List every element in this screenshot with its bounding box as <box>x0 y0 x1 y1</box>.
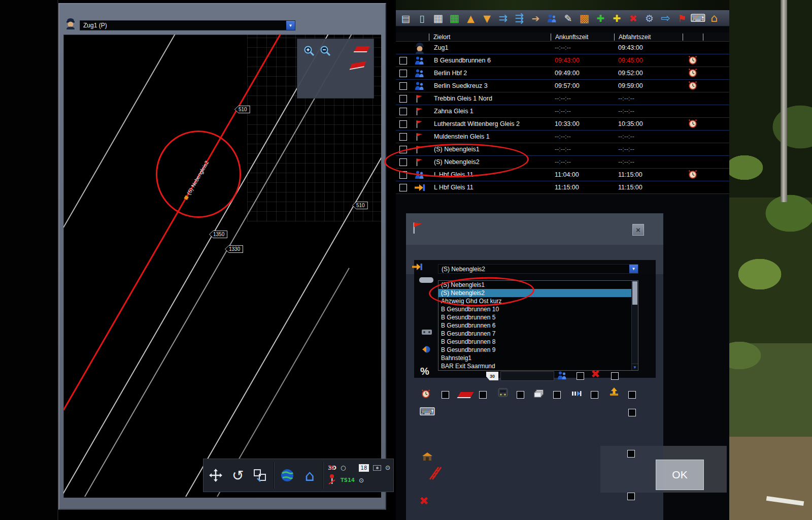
table-row[interactable]: Lutherstadt Wittenberg Gleis 210:33:0010… <box>396 118 729 131</box>
signal-wedge-icon[interactable] <box>354 46 370 52</box>
settings-doc-icon[interactable] <box>642 12 656 25</box>
row-checkbox[interactable] <box>399 120 407 128</box>
list-item[interactable]: B Gesundbrunnen 6 <box>438 321 638 330</box>
row-departure: --:--:-- <box>614 108 683 115</box>
row-checkbox[interactable] <box>399 108 407 115</box>
list-item[interactable]: B Gesundbrunnen 8 <box>438 338 638 346</box>
insert-right-icon[interactable] <box>496 12 510 25</box>
scrollbar[interactable]: ▼ <box>631 281 638 370</box>
add-point-icon[interactable] <box>610 12 624 25</box>
row-checkbox[interactable] <box>399 171 407 179</box>
list-item[interactable]: Bahnsteig1 <box>438 354 638 362</box>
scroll-down-icon[interactable]: ▼ <box>632 364 638 370</box>
list-item[interactable]: B Gesundbrunnen 7 <box>438 330 638 338</box>
ts-layer-label[interactable]: TS14 <box>341 477 355 483</box>
checkbox[interactable] <box>627 450 635 458</box>
table-row[interactable]: Trebbin Gleis 1 Nord--:--:----:--:-- <box>396 92 729 105</box>
table-row[interactable]: Zug1--:--:--09:43:00 <box>396 42 729 54</box>
list-item[interactable]: B Gesundbrunnen 5 <box>438 313 638 321</box>
row-checkbox[interactable] <box>399 57 407 64</box>
destination-combo[interactable]: (S) Nebengleis2 ▼ <box>438 264 638 274</box>
import-icon[interactable] <box>659 12 672 25</box>
clock-icon <box>688 81 697 91</box>
track-map[interactable]: 51051013501330 (S) Nebengleis2 <box>63 35 381 498</box>
chevron-down-icon[interactable]: ▼ <box>629 265 638 273</box>
layer-value-box[interactable]: 18 <box>359 464 369 472</box>
train-selector[interactable]: Zug1 (P) ▼ <box>80 20 295 30</box>
checkbox-cell <box>396 146 410 153</box>
row-checkbox[interactable] <box>399 146 407 153</box>
row-checkbox[interactable] <box>399 82 407 90</box>
table-row[interactable]: L Hbf Gleis 1111:04:0011:15:00 <box>396 169 729 181</box>
zoom-in-icon[interactable] <box>302 44 316 57</box>
signal-mast-icon[interactable] <box>328 474 336 487</box>
close-button[interactable]: × <box>632 224 644 236</box>
insert-left-icon[interactable] <box>513 12 526 25</box>
delete-icon[interactable]: ✖ <box>591 369 600 380</box>
hand-icon[interactable] <box>529 12 543 25</box>
ok-button[interactable]: OK <box>656 460 704 490</box>
list-item[interactable]: B Gesundbrunnen 10 <box>438 305 638 313</box>
row-checkbox[interactable] <box>399 184 407 191</box>
list-item[interactable]: B Gesundbrunnen 9 <box>438 346 638 354</box>
pan-move-icon[interactable] <box>207 462 225 489</box>
grid-small-icon[interactable] <box>431 12 445 25</box>
view-3d-toggle[interactable]: 3D <box>328 465 336 471</box>
list-item[interactable]: (S) Nebengleis2 <box>438 289 638 297</box>
chevron-down-icon[interactable]: ▼ <box>286 21 295 30</box>
checkbox[interactable] <box>553 391 561 399</box>
move-down-icon[interactable] <box>480 12 494 25</box>
table-row[interactable]: Berlin Suedkreuz 309:57:0009:59:00 <box>396 80 729 92</box>
list-item[interactable]: (S) Nebengleis1 <box>438 281 638 289</box>
table-row[interactable]: B Gesundbrunnen 609:43:0009:45:00 <box>396 54 729 67</box>
depot-icon[interactable] <box>707 12 721 25</box>
checkbox[interactable] <box>517 391 524 399</box>
home-icon[interactable]: ⌂ <box>300 462 319 489</box>
signal-wedge-icon[interactable] <box>350 61 366 70</box>
table-row[interactable]: Muldenstein Gleis 1--:--:----:--:-- <box>396 131 729 143</box>
radio-icon[interactable]: ○ <box>341 464 355 471</box>
row-checkbox[interactable] <box>399 133 407 141</box>
checkbox[interactable] <box>442 391 449 399</box>
checkbox[interactable] <box>577 372 584 380</box>
globe-icon[interactable] <box>279 462 297 489</box>
delete-icon[interactable] <box>626 12 640 25</box>
table-row[interactable]: Zahna Gleis 1--:--:----:--:-- <box>396 105 729 118</box>
row-checkbox[interactable] <box>399 70 407 77</box>
checkbox[interactable] <box>628 391 636 399</box>
people-icon[interactable] <box>545 12 559 25</box>
list-item[interactable]: Abzweig Ghd Ost kurz <box>438 297 638 305</box>
add-route-icon[interactable] <box>594 12 607 25</box>
slider-knob[interactable] <box>419 277 433 283</box>
checkbox[interactable] <box>479 391 487 399</box>
radio-icon[interactable]: ⊙ <box>359 477 369 484</box>
value-input[interactable] <box>500 371 554 381</box>
palette-icon[interactable] <box>578 12 591 25</box>
table-row[interactable]: L Hbf Gleis 1111:15:0011:15:00 <box>396 181 729 194</box>
save-icon[interactable] <box>399 12 413 25</box>
checkbox[interactable] <box>611 372 619 380</box>
camera-icon[interactable] <box>373 465 381 471</box>
radio-icon[interactable]: ⊙ <box>385 464 390 471</box>
table-row[interactable]: Berlin Hbf 209:49:0009:52:00 <box>396 67 729 80</box>
checkbox[interactable] <box>627 493 635 500</box>
duplicate-icon[interactable] <box>251 462 269 489</box>
chart-pen-icon[interactable] <box>561 12 575 25</box>
keyboard-icon[interactable] <box>691 12 705 25</box>
table-row[interactable]: (S) Nebengleis1--:--:----:--:-- <box>396 143 729 156</box>
list-item[interactable]: BAR Exit Saarmund <box>438 362 638 370</box>
table-row[interactable]: (S) Nebengleis2--:--:----:--:-- <box>396 156 729 169</box>
checkbox[interactable] <box>591 391 598 399</box>
remove-icon[interactable]: ✖ <box>419 496 428 507</box>
trash-icon[interactable] <box>415 12 429 25</box>
row-checkbox[interactable] <box>399 158 407 166</box>
grid-large-icon[interactable] <box>448 12 461 25</box>
route-flag-icon[interactable] <box>675 12 689 25</box>
checkbox[interactable] <box>628 409 636 416</box>
scrollbar-thumb[interactable] <box>632 281 637 305</box>
row-checkbox[interactable] <box>399 95 407 103</box>
zoom-out-icon[interactable] <box>319 44 332 57</box>
row-departure: 10:35:00 <box>614 120 683 127</box>
rotate-icon[interactable]: ↺ <box>229 462 247 489</box>
move-up-icon[interactable] <box>464 12 478 25</box>
